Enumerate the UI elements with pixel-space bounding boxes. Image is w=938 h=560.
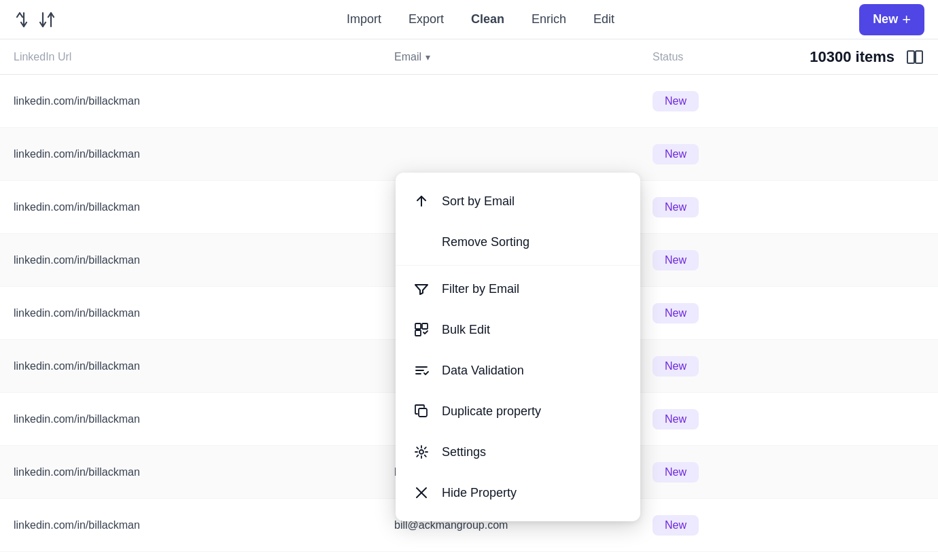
menu-item-duplicate-property[interactable]: Duplicate property bbox=[396, 391, 640, 432]
nav-edit[interactable]: Edit bbox=[593, 12, 614, 27]
status-badge: New bbox=[653, 515, 699, 536]
menu-item-data-validation-label: Data Validation bbox=[442, 364, 524, 378]
svg-rect-2 bbox=[415, 323, 421, 329]
menu-item-remove-sorting-label: Remove Sorting bbox=[442, 235, 529, 249]
cell-linkedin: linkedin.com/in/billackman bbox=[0, 95, 381, 107]
duplicate-icon bbox=[412, 402, 431, 421]
svg-rect-0 bbox=[907, 51, 914, 63]
table-row: linkedin.com/in/billackman New bbox=[0, 75, 938, 128]
menu-item-filter-by-email[interactable]: Filter by Email bbox=[396, 268, 640, 309]
menu-item-data-validation[interactable]: Data Validation bbox=[396, 350, 640, 391]
sort-down-icon[interactable] bbox=[37, 6, 57, 33]
menu-item-hide-property-label: Hide Property bbox=[442, 486, 517, 500]
cell-linkedin: linkedin.com/in/billackman bbox=[0, 466, 381, 478]
menu-item-bulk-edit[interactable]: Bulk Edit bbox=[396, 309, 640, 350]
menu-item-filter-by-email-label: Filter by Email bbox=[442, 282, 519, 296]
col-linkedin-header: LinkedIn Url bbox=[0, 51, 381, 63]
status-badge: New bbox=[653, 409, 699, 430]
menu-item-duplicate-property-label: Duplicate property bbox=[442, 404, 541, 419]
menu-item-sort-by-email[interactable]: Sort by Email bbox=[396, 181, 640, 222]
cell-linkedin: linkedin.com/in/billackman bbox=[0, 413, 381, 425]
toolbar-nav: Import Export Clean Enrich Edit bbox=[129, 12, 832, 27]
status-badge: New bbox=[653, 91, 699, 111]
sort-up-icon[interactable] bbox=[14, 6, 34, 33]
bulk-edit-icon bbox=[412, 320, 431, 339]
svg-rect-1 bbox=[916, 51, 922, 63]
sort-asc-icon bbox=[412, 192, 431, 211]
items-count: 10300 items bbox=[810, 48, 894, 66]
filter-icon bbox=[412, 279, 431, 298]
svg-point-6 bbox=[419, 450, 423, 454]
col-status-header: Status bbox=[639, 51, 775, 63]
cell-status: New bbox=[639, 250, 775, 270]
cell-linkedin: linkedin.com/in/billackman bbox=[0, 201, 381, 213]
table-header: LinkedIn Url Email ▾ Status 10300 items bbox=[0, 39, 938, 75]
cell-status: New bbox=[639, 515, 775, 536]
nav-import[interactable]: Import bbox=[347, 12, 381, 27]
cell-linkedin: linkedin.com/in/billackman bbox=[0, 148, 381, 160]
cell-status: New bbox=[639, 462, 775, 483]
menu-divider bbox=[396, 265, 640, 266]
col-email-header[interactable]: Email ▾ bbox=[381, 51, 639, 63]
new-button-plus-icon: + bbox=[902, 11, 911, 29]
nav-clean[interactable]: Clean bbox=[471, 12, 504, 27]
status-badge: New bbox=[653, 356, 699, 377]
nav-export[interactable]: Export bbox=[409, 12, 444, 27]
cell-status: New bbox=[639, 409, 775, 430]
status-badge: New bbox=[653, 197, 699, 217]
cell-linkedin: linkedin.com/in/billackman bbox=[0, 360, 381, 372]
svg-rect-3 bbox=[422, 323, 428, 329]
menu-item-settings[interactable]: Settings bbox=[396, 432, 640, 472]
status-badge: New bbox=[653, 250, 699, 270]
status-badge: New bbox=[653, 462, 699, 483]
menu-item-sort-by-email-label: Sort by Email bbox=[442, 194, 515, 209]
no-icon-placeholder bbox=[412, 232, 431, 251]
chevron-down-icon: ▾ bbox=[425, 52, 430, 63]
cell-linkedin: linkedin.com/in/billackman bbox=[0, 307, 381, 319]
cell-linkedin: linkedin.com/in/billackman bbox=[0, 519, 381, 531]
status-badge: New bbox=[653, 144, 699, 164]
col-count-area: 10300 items bbox=[775, 48, 938, 67]
menu-item-bulk-edit-label: Bulk Edit bbox=[442, 323, 490, 337]
cell-status: New bbox=[639, 356, 775, 377]
data-validation-icon bbox=[412, 361, 431, 380]
menu-item-settings-label: Settings bbox=[442, 445, 486, 459]
nav-enrich[interactable]: Enrich bbox=[532, 12, 566, 27]
status-badge: New bbox=[653, 303, 699, 323]
column-dropdown-menu: Sort by Email Remove Sorting Filter by E… bbox=[396, 173, 640, 521]
svg-rect-4 bbox=[415, 330, 421, 336]
menu-item-remove-sorting[interactable]: Remove Sorting bbox=[396, 222, 640, 262]
cell-linkedin: linkedin.com/in/billackman bbox=[0, 254, 381, 266]
menu-item-hide-property[interactable]: Hide Property bbox=[396, 472, 640, 513]
cell-status: New bbox=[639, 197, 775, 217]
new-button-label: New bbox=[873, 12, 898, 27]
settings-icon bbox=[412, 442, 431, 461]
toolbar: Import Export Clean Enrich Edit New + bbox=[0, 0, 938, 39]
new-button[interactable]: New + bbox=[859, 4, 924, 35]
cell-status: New bbox=[639, 303, 775, 323]
table-body: linkedin.com/in/billackman New linkedin.… bbox=[0, 75, 938, 552]
col-email-label: Email bbox=[394, 51, 421, 63]
close-icon bbox=[412, 483, 431, 502]
cell-status: New bbox=[639, 144, 775, 164]
cell-status: New bbox=[639, 91, 775, 111]
columns-toggle-icon[interactable] bbox=[905, 48, 924, 67]
sort-icons bbox=[14, 6, 102, 33]
toolbar-left bbox=[14, 6, 102, 33]
